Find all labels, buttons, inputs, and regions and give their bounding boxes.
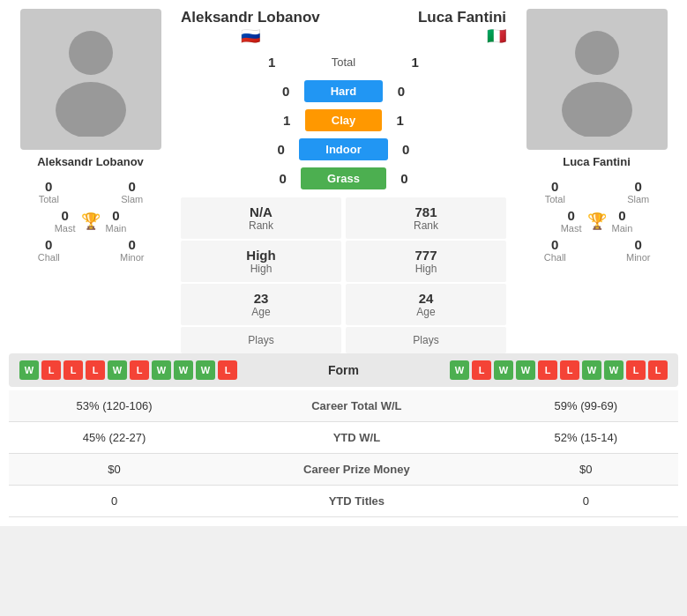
player2-main-stat: 0 Main (612, 208, 633, 234)
form-badge-p2: L (538, 360, 557, 380)
prize-p1: $0 (9, 454, 220, 486)
player2-rank-label: Rank (353, 219, 499, 232)
player1-header: Aleksandr Lobanov 🇷🇺 (181, 9, 320, 46)
form-badge-p2: L (472, 360, 491, 380)
player2-mast-label: Mast (561, 223, 582, 234)
form-badge-p2: W (582, 360, 601, 380)
form-badge-p2: W (494, 360, 513, 380)
form-badge-p1: L (130, 360, 149, 380)
career-wl-label: Career Total W/L (220, 390, 494, 422)
player1-total-label: Total (39, 194, 59, 204)
player1-chall-value: 0 (45, 237, 52, 252)
titles-row: 0 YTD Titles 0 (9, 486, 678, 517)
prize-row: $0 Career Prize Money $0 (9, 454, 678, 486)
player1-chall-stat: 0 Chall (9, 237, 89, 263)
player1-name: Aleksandr Lobanov (37, 155, 144, 168)
player2-chall-label: Chall (544, 252, 566, 263)
surface-scores: 0 Hard 0 1 Clay 1 0 Indoor 0 0 Grass (181, 77, 506, 193)
player2-minor-value: 0 (635, 237, 642, 252)
ytd-wl-row: 45% (22-27) YTD W/L 52% (15-14) (9, 422, 678, 454)
form-section: WLLLWLWWWL Form WLWWLLWWLL (9, 353, 678, 387)
grass-row: 0 Grass 0 (181, 164, 506, 193)
player1-mast-stat: 0 Mast (55, 208, 76, 234)
player1-trophy-icon: 🏆 (81, 212, 101, 231)
player1-rank-value: N/A (188, 204, 334, 219)
player2-minor-stat: 0 Minor (599, 237, 679, 263)
center-panel: Aleksandr Lobanov 🇷🇺 Luca Fantini 🇮🇹 1 T… (176, 9, 511, 353)
indoor-score1: 0 (270, 142, 292, 157)
player1-stats: 0 Total 0 Slam (9, 175, 172, 208)
player2-age-value: 24 (353, 291, 499, 306)
player2-main-label: Main (612, 223, 633, 234)
player1-form-badges: WLLLWLWWWL (19, 360, 237, 380)
form-badge-p1: W (174, 360, 193, 380)
svg-point-1 (56, 82, 126, 137)
total-score-row: 1 Total 1 (261, 50, 426, 77)
player1-age-value: 23 (188, 291, 334, 306)
player1-minor-value: 0 (129, 237, 136, 252)
players-header: Aleksandr Lobanov 🇷🇺 Luca Fantini 🇮🇹 (181, 9, 506, 50)
player2-mast-stat: 0 Mast (561, 208, 582, 234)
player1-header-name: Aleksandr Lobanov (181, 9, 320, 26)
clay-badge: Clay (305, 109, 382, 131)
player2-age-label: Age (353, 306, 499, 318)
indoor-badge: Indoor (299, 138, 387, 160)
clay-row: 1 Clay 1 (181, 106, 506, 135)
form-badge-p2: W (516, 360, 535, 380)
total-label: Total (283, 56, 404, 69)
ytd-wl-label: YTD W/L (220, 422, 494, 454)
player2-high-value: 777 (353, 248, 499, 263)
player2-header-name: Luca Fantini (418, 9, 506, 26)
player1-high-box: High High (181, 241, 341, 282)
svg-point-2 (575, 31, 619, 75)
player1-main-stat: 0 Main (106, 208, 127, 234)
titles-p1: 0 (9, 486, 220, 517)
form-badge-p1: W (196, 360, 215, 380)
form-badge-p1: L (218, 360, 237, 380)
hard-row: 0 Hard 0 (181, 77, 506, 106)
player2-flag: 🇮🇹 (418, 26, 506, 46)
player1-age-label: Age (188, 306, 334, 318)
player2-age-box: 24 Age (346, 284, 506, 325)
player2-panel: Luca Fantini 0 Total 0 Slam 0 Mast 🏆 (515, 9, 678, 353)
hard-score2: 0 (390, 84, 412, 99)
player2-main-value: 0 (618, 208, 625, 223)
player2-mast-value: 0 (567, 208, 574, 223)
prize-p2: $0 (494, 454, 678, 486)
clay-score1: 1 (276, 113, 298, 128)
player1-age-box: 23 Age (181, 284, 341, 325)
form-badge-p2: L (648, 360, 668, 380)
form-badge-p1: W (152, 360, 171, 380)
grass-badge: Grass (301, 167, 386, 189)
form-badge-p2: L (626, 360, 646, 380)
player2-stats-row3: 0 Chall 0 Minor (515, 234, 678, 266)
player1-minor-label: Minor (120, 252, 145, 263)
player1-total-value: 0 (45, 179, 52, 194)
svg-point-3 (562, 82, 632, 137)
career-wl-row: 53% (120-106) Career Total W/L 59% (99-6… (9, 390, 678, 422)
indoor-row: 0 Indoor 0 (181, 135, 506, 164)
player1-plays-box: Plays (181, 327, 341, 353)
player2-form-badges: WLWWLLWWLL (450, 360, 668, 380)
prize-label: Career Prize Money (220, 454, 494, 486)
career-wl-p1: 53% (120-106) (9, 390, 220, 422)
player2-total-stat: 0 Total (515, 179, 595, 204)
player1-trophy-row: 0 Mast 🏆 0 Main (55, 208, 127, 234)
player2-minor-label: Minor (626, 252, 651, 263)
main-container: Aleksandr Lobanov 0 Total 0 Slam 0 Mast … (0, 0, 687, 526)
form-badge-p2: W (450, 360, 469, 380)
player2-plays-box: Plays (346, 327, 506, 353)
total-score1: 1 (261, 55, 283, 70)
player2-stats: 0 Total 0 Slam (515, 175, 678, 208)
svg-point-0 (69, 31, 113, 75)
total-score2: 1 (404, 55, 426, 70)
hard-score1: 0 (275, 84, 297, 99)
player2-name: Luca Fantini (563, 155, 631, 168)
player2-chall-stat: 0 Chall (515, 237, 595, 263)
titles-p2: 0 (494, 486, 678, 517)
form-badge-p2: W (604, 360, 624, 380)
indoor-score2: 0 (395, 142, 417, 157)
player2-total-value: 0 (551, 179, 558, 194)
player1-minor-stat: 0 Minor (93, 237, 173, 263)
player1-main-value: 0 (112, 208, 119, 223)
